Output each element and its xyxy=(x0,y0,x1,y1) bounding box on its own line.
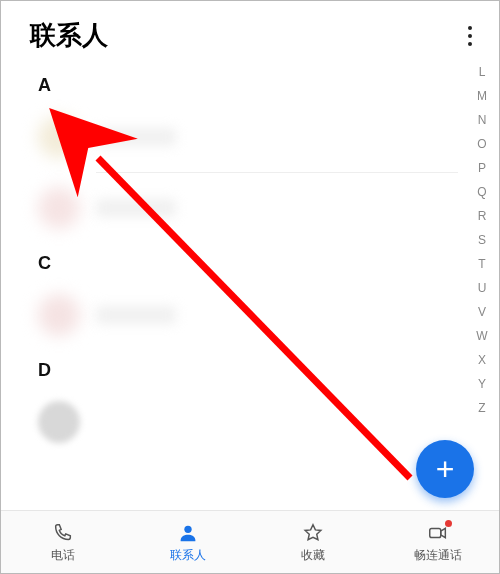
contact-name xyxy=(96,199,176,217)
index-letter[interactable]: Y xyxy=(474,374,490,394)
nav-phone[interactable]: 电话 xyxy=(0,511,125,574)
contact-row[interactable] xyxy=(0,177,500,239)
phone-icon xyxy=(51,521,75,545)
index-letter[interactable]: Z xyxy=(474,398,490,418)
nav-label: 收藏 xyxy=(301,547,325,564)
section-header: D xyxy=(0,346,500,391)
index-letter[interactable]: P xyxy=(474,158,490,178)
index-letter[interactable]: N xyxy=(474,110,490,130)
bottom-nav: 电话 联系人 收藏 畅连通话 xyxy=(0,510,500,574)
index-letter[interactable]: Q xyxy=(474,182,490,202)
contact-row[interactable] xyxy=(0,106,500,168)
index-letter[interactable]: R xyxy=(474,206,490,226)
index-letter[interactable]: L xyxy=(474,62,490,82)
star-icon xyxy=(301,521,325,545)
nav-contacts[interactable]: 联系人 xyxy=(125,511,250,574)
contact-row[interactable] xyxy=(0,391,500,453)
add-contact-button[interactable]: + xyxy=(416,440,474,498)
page-title: 联系人 xyxy=(30,18,108,53)
svg-point-0 xyxy=(184,526,191,533)
contacts-icon xyxy=(176,521,200,545)
contact-name xyxy=(96,306,176,324)
avatar xyxy=(38,294,80,336)
video-icon xyxy=(426,521,450,545)
avatar xyxy=(38,187,80,229)
nav-label: 电话 xyxy=(51,547,75,564)
avatar xyxy=(38,401,80,443)
nav-favorites[interactable]: 收藏 xyxy=(250,511,375,574)
index-letter[interactable]: W xyxy=(474,326,490,346)
index-letter[interactable]: T xyxy=(474,254,490,274)
index-letter[interactable]: S xyxy=(474,230,490,250)
section-header: C xyxy=(0,239,500,284)
more-menu-icon[interactable] xyxy=(462,20,478,52)
divider xyxy=(96,172,458,173)
index-letter[interactable]: X xyxy=(474,350,490,370)
plus-icon: + xyxy=(436,453,455,485)
index-letter[interactable]: U xyxy=(474,278,490,298)
section-header: A xyxy=(0,61,500,106)
contacts-list: A C D xyxy=(0,61,500,491)
avatar xyxy=(38,116,80,158)
nav-meettime[interactable]: 畅连通话 xyxy=(375,511,500,574)
nav-label: 联系人 xyxy=(170,547,206,564)
nav-label: 畅连通话 xyxy=(414,547,462,564)
svg-rect-1 xyxy=(429,528,440,537)
index-letter[interactable]: V xyxy=(474,302,490,322)
alpha-index[interactable]: L M N O P Q R S T U V W X Y Z xyxy=(474,62,490,418)
contact-name xyxy=(96,128,176,146)
badge-dot xyxy=(445,520,452,527)
header: 联系人 xyxy=(0,0,500,61)
index-letter[interactable]: M xyxy=(474,86,490,106)
contact-row[interactable] xyxy=(0,284,500,346)
index-letter[interactable]: O xyxy=(474,134,490,154)
